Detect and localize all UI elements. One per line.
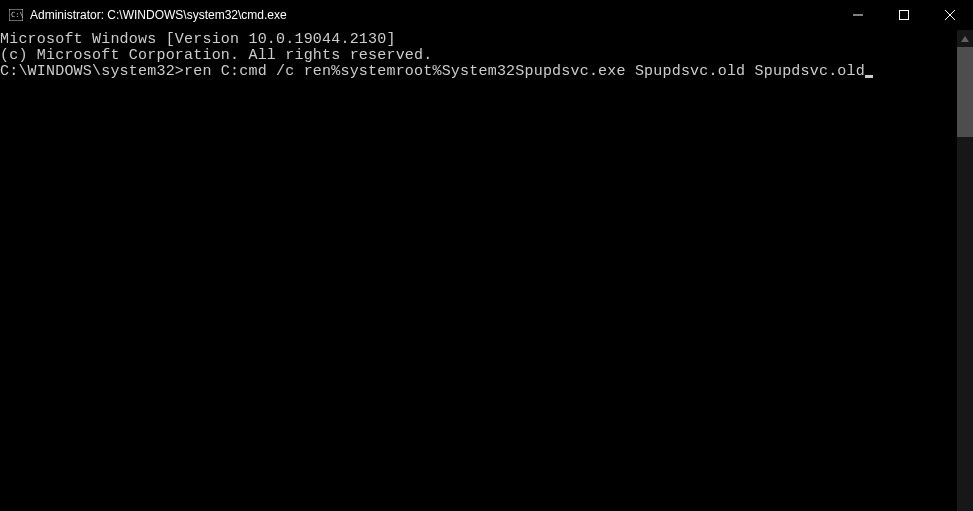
scroll-up-arrow-icon[interactable] [957, 30, 973, 47]
cmd-icon: C:\ [8, 7, 24, 23]
svg-rect-3 [900, 11, 909, 20]
maximize-button[interactable] [881, 0, 927, 30]
scroll-thumb[interactable] [957, 47, 973, 137]
terminal-output-line: Microsoft Windows [Version 10.0.19044.21… [0, 32, 973, 48]
window-controls [835, 0, 973, 30]
terminal-body[interactable]: Microsoft Windows [Version 10.0.19044.21… [0, 30, 973, 511]
terminal-prompt-line: C:\WINDOWS\system32>ren C:cmd /c ren%sys… [0, 64, 973, 80]
minimize-button[interactable] [835, 0, 881, 30]
command-text: ren C:cmd /c ren%systemroot%System32Spup… [184, 63, 865, 80]
svg-text:C:\: C:\ [11, 11, 23, 19]
window-title: Administrator: C:\WINDOWS\system32\cmd.e… [30, 8, 287, 22]
prompt-text: C:\WINDOWS\system32> [0, 63, 184, 80]
terminal-output-line: (c) Microsoft Corporation. All rights re… [0, 48, 973, 64]
scrollbar[interactable] [957, 30, 973, 511]
title-left: C:\ Administrator: C:\WINDOWS\system32\c… [8, 7, 287, 23]
cursor [865, 75, 873, 78]
close-button[interactable] [927, 0, 973, 30]
title-bar: C:\ Administrator: C:\WINDOWS\system32\c… [0, 0, 973, 30]
